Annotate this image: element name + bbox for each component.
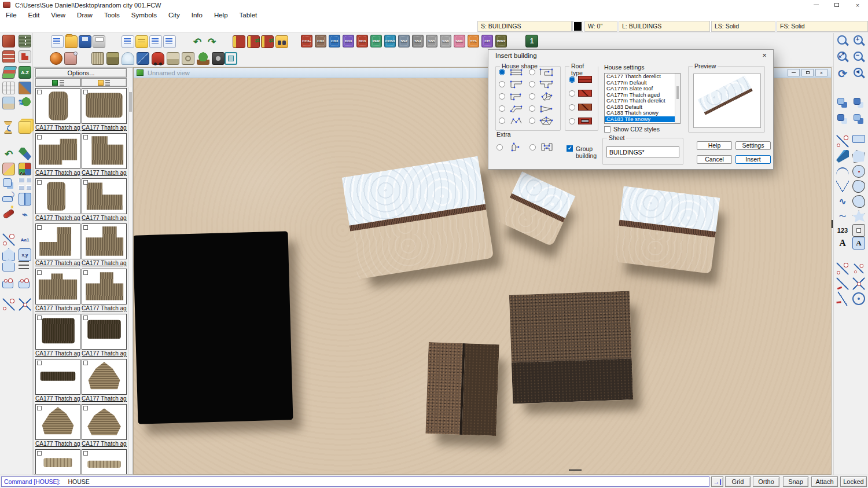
options-button[interactable]: Options... — [35, 68, 127, 78]
symbols-along-icon[interactable] — [19, 97, 31, 109]
wall-tool-icon[interactable] — [2, 50, 15, 63]
rectangle-tool-icon[interactable] — [852, 135, 865, 143]
house-roof-icon[interactable] — [91, 52, 104, 65]
symbol-cell-5[interactable]: CA177 Thatch age — [81, 178, 127, 223]
open-catalog-button[interactable] — [81, 78, 127, 87]
group-building-option[interactable]: Group building — [567, 145, 601, 159]
symbol-checkbox[interactable] — [83, 270, 88, 275]
addon-stamp-cd3a[interactable]: CD3 — [315, 35, 326, 47]
redraw-icon[interactable] — [836, 67, 849, 80]
edit-text-icon[interactable] — [149, 35, 162, 48]
house-shape-radio-9[interactable] — [499, 118, 505, 124]
building-snowy-right[interactable] — [615, 186, 720, 273]
symbol-label[interactable]: CA177 Thatch age — [82, 305, 127, 311]
symbol-checkbox[interactable] — [83, 225, 88, 230]
select-area-icon[interactable] — [225, 52, 237, 65]
addon-stamp-ss5[interactable]: SS5 — [426, 35, 437, 47]
grid-toggle-button[interactable]: Grid — [725, 476, 751, 487]
help-button[interactable]: Help — [697, 141, 732, 150]
insert-button[interactable]: Insert — [735, 155, 771, 164]
street-index-icon[interactable]: A-Z — [19, 66, 31, 79]
symbol-label[interactable]: CA177 Thatch age — [35, 215, 80, 221]
redo-icon[interactable] — [205, 35, 218, 48]
symbol-label[interactable]: CA177 Thatch age — [35, 305, 80, 311]
multiline-icon[interactable] — [19, 259, 29, 271]
fractalize-icon[interactable] — [19, 208, 31, 221]
addon-stamp-ss2[interactable]: SS2 — [398, 35, 410, 47]
symbol-cell-6[interactable]: CA177 Thatch age — [35, 223, 81, 268]
addon-stamp-ss6[interactable]: SS6 — [440, 35, 451, 47]
symbol-label[interactable]: CA177 Thatch age — [82, 170, 127, 176]
view-close-button[interactable]: × — [815, 69, 827, 76]
addon-stamp-cos3[interactable]: COS3 — [384, 35, 396, 47]
numeric-label-icon[interactable]: 123 — [836, 224, 849, 237]
fractal-polygon-tool-icon[interactable] — [852, 210, 865, 223]
symbol-checkbox[interactable] — [37, 180, 42, 185]
save-icon[interactable] — [79, 35, 91, 48]
extra-shape-radio-2[interactable] — [529, 144, 536, 151]
addon-stamp-cit[interactable]: CIT — [481, 35, 493, 47]
symbol-cell-15[interactable]: CA177 Thatch age — [81, 403, 127, 449]
view-restore-button[interactable] — [801, 69, 814, 76]
rotate-icon[interactable] — [2, 196, 13, 202]
symbol-cell-4[interactable]: CA177 Thatch age — [35, 178, 81, 223]
well-icon[interactable] — [212, 52, 225, 65]
offset-icon[interactable] — [835, 291, 850, 306]
drawing-properties-icon[interactable] — [122, 35, 134, 48]
symbol-checkbox[interactable] — [83, 361, 88, 365]
zoom-wait-icon[interactable] — [3, 121, 13, 134]
text-tool-icon[interactable]: A — [836, 237, 849, 249]
group-building-checkbox[interactable] — [567, 145, 573, 152]
show-cd2-option[interactable]: Show CD2 styles — [604, 126, 660, 133]
new-drawing-icon[interactable] — [51, 35, 64, 48]
back-of-icon[interactable] — [854, 114, 860, 121]
symbol-cell-7[interactable]: CA177 Thatch age — [81, 223, 127, 268]
roof-type-radio-3[interactable] — [569, 104, 575, 111]
symbol-in-box-icon[interactable] — [852, 224, 865, 237]
break-node-icon[interactable] — [2, 233, 15, 246]
settings-button[interactable]: Settings — [735, 141, 771, 150]
symbol-cell-0[interactable]: CA177 Thatch age — [35, 87, 81, 133]
symbol-checkbox[interactable] — [83, 135, 88, 140]
minimize-button[interactable] — [806, 0, 826, 10]
symbol-checkbox[interactable] — [37, 451, 42, 456]
list-item[interactable]: CA177m Slate roof — [605, 86, 680, 92]
status-sheet-field[interactable]: S: BUILDINGS — [477, 21, 572, 32]
center-snap-icon[interactable] — [852, 292, 865, 305]
command-input[interactable]: Command [HOUSE]: HOUSE — [1, 476, 709, 487]
attach-arrow-button[interactable] — [711, 476, 723, 487]
mirror-icon[interactable] — [19, 193, 31, 206]
menu-symbols[interactable]: Symbols — [126, 12, 163, 19]
undo-icon[interactable] — [191, 35, 204, 48]
status-linestyle-field[interactable]: LS: Solid — [711, 21, 775, 32]
template-icon[interactable] — [2, 97, 15, 109]
symbol-cell-13[interactable]: CA177 Thatch age — [81, 358, 127, 403]
vehicle-icon[interactable] — [152, 52, 164, 65]
symbol-checkbox[interactable] — [83, 406, 88, 410]
menu-info[interactable]: Info — [186, 12, 208, 19]
addon-stamp-per[interactable]: PER — [370, 35, 382, 47]
copy-icon[interactable] — [3, 178, 12, 187]
list-scrollbar[interactable] — [675, 74, 680, 123]
snap-toggle-button[interactable]: Snap — [783, 476, 808, 487]
panel-divider-handle[interactable] — [832, 220, 833, 228]
circle-tool-icon[interactable] — [852, 165, 865, 178]
symbol-label[interactable]: CA177 Thatch age — [82, 395, 127, 402]
zoom-window-icon[interactable] — [836, 35, 849, 47]
city-block-icon[interactable] — [19, 50, 31, 63]
status-width-field[interactable]: W: 0" — [584, 21, 617, 32]
rect-nodes-icon[interactable] — [2, 281, 13, 288]
list-item[interactable]: CA183 Thatch snowy — [605, 110, 680, 116]
addon-stamp-cc3[interactable]: CC3+ — [301, 35, 312, 47]
arc-tool-icon[interactable] — [836, 167, 849, 175]
addon-stamp-dd3b[interactable]: DD3 — [356, 35, 368, 47]
addon-stamp-smc[interactable]: SMC — [454, 35, 465, 47]
symbol-label[interactable]: CA177 Thatch age — [82, 260, 127, 266]
symbol-cell-8[interactable]: CA177 Thatch age — [35, 268, 81, 313]
node-edit-icon[interactable] — [836, 262, 849, 275]
symbol-label[interactable]: CA177 Thatch age — [35, 124, 80, 131]
menu-tablet[interactable]: Tablet — [234, 12, 263, 19]
cancel-button[interactable]: Cancel — [697, 155, 732, 164]
line-node-icon[interactable] — [2, 298, 15, 311]
symbol-catalog-icon[interactable] — [233, 35, 245, 48]
